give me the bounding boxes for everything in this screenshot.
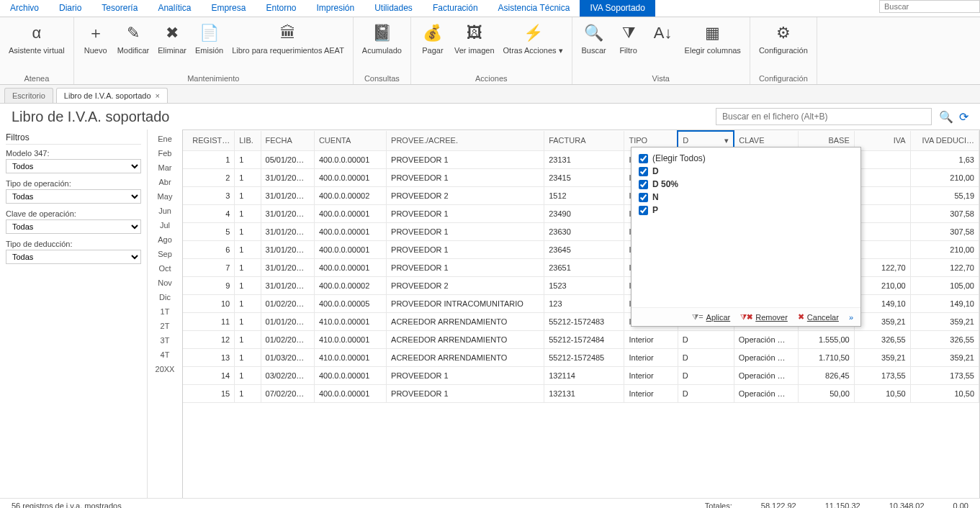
filter-checkbox[interactable]: [639, 154, 648, 163]
cell-fecha: 31/01/20…: [261, 186, 314, 204]
month-may[interactable]: May: [155, 191, 176, 201]
ribbon-btn-libro-para-requerimientos-aeat[interactable]: 🏛Libro para requerimientos AEAT: [229, 20, 347, 74]
menu-analítica[interactable]: Analítica: [148, 0, 201, 17]
menu-archivo[interactable]: Archivo: [0, 0, 49, 17]
month-sep[interactable]: Sep: [155, 249, 175, 259]
close-icon[interactable]: ×: [156, 91, 160, 100]
menu-iva-soportado[interactable]: IVA Soportado: [580, 0, 655, 17]
filter-checkbox[interactable]: [639, 206, 648, 215]
cell-base: 826,45: [798, 366, 854, 384]
month-nov[interactable]: Nov: [155, 278, 175, 288]
menu-utilidades[interactable]: Utilidades: [364, 0, 423, 17]
ribbon-btn-asistente-virtual[interactable]: αAsistente virtual: [6, 20, 68, 74]
menu-asistencia-técnica[interactable]: Asistencia Técnica: [488, 0, 580, 17]
month-3t[interactable]: 3T: [158, 335, 173, 345]
filter-select[interactable]: Todas: [6, 219, 141, 234]
cell-fecha: 01/03/20…: [261, 348, 314, 366]
global-search-input[interactable]: [879, 0, 980, 13]
filter-checkbox[interactable]: [639, 193, 648, 202]
menu-entorno[interactable]: Entorno: [256, 0, 306, 17]
month-1t[interactable]: 1T: [158, 307, 173, 317]
cell-lib: 1: [235, 258, 261, 276]
filter-apply-button[interactable]: ⧩= Aplicar: [692, 312, 730, 322]
month-jul[interactable]: Jul: [157, 220, 173, 230]
filter-option[interactable]: D 50%: [639, 178, 853, 191]
ribbon-btn-a-[interactable]: A↓: [647, 20, 679, 74]
cell-prov: PROVEEDOR 2: [387, 276, 544, 294]
month-dic[interactable]: Dic: [156, 292, 174, 302]
ribbon-btn-otras-acciones-[interactable]: ⚡Otras Acciones ▾: [500, 20, 566, 74]
table-row[interactable]: 15107/02/20…400.0.0.00001PROVEEDOR 11321…: [183, 384, 979, 402]
month-abr[interactable]: Abr: [156, 177, 174, 187]
cell-prov: PROVEEDOR 1: [387, 384, 544, 402]
filter-select[interactable]: Todas: [6, 250, 141, 264]
table-row[interactable]: 14103/02/20…400.0.0.00001PROVEEDOR 11321…: [183, 366, 979, 384]
ribbon-btn-pagar[interactable]: 💰Pagar: [417, 20, 449, 74]
month-4t[interactable]: 4T: [158, 350, 173, 360]
cell-base: 50,00: [798, 384, 854, 402]
refresh-icon[interactable]: ⟳: [959, 110, 968, 124]
cell-factura: 23651: [544, 258, 624, 276]
cell-iva: 359,21: [854, 348, 910, 366]
table-row[interactable]: 12101/02/20…410.0.0.00001ACREEDOR ARREND…: [183, 330, 979, 348]
ribbon-btn-acumulado[interactable]: 📓Acumulado: [359, 20, 405, 74]
filter-select[interactable]: Todas: [6, 189, 141, 204]
filter-option-label: D: [652, 166, 659, 176]
menu-impresión[interactable]: Impresión: [306, 0, 364, 17]
column-filter-dropdown[interactable]: (Elegir Todos)DD 50%NP ⧩= Aplicar ⧩✖ Rem…: [631, 147, 861, 327]
col-fecha[interactable]: FECHA: [261, 131, 314, 150]
month-ene[interactable]: Ene: [155, 134, 175, 144]
table-row[interactable]: 13101/03/20…410.0.0.00001ACREEDOR ARREND…: [183, 348, 979, 366]
ribbon-btn-buscar[interactable]: 🔍Buscar: [578, 20, 610, 74]
cell-factura: 23490: [544, 204, 624, 222]
col-cuenta[interactable]: CUENTA: [314, 131, 386, 150]
cell-factura: 23415: [544, 168, 624, 186]
menu-empresa[interactable]: Empresa: [201, 0, 256, 17]
col-regist-[interactable]: REGIST…: [183, 131, 235, 150]
month-feb[interactable]: Feb: [156, 148, 175, 158]
totals-extra: 0,00: [953, 502, 968, 508]
cell-ivad: 10,50: [910, 384, 979, 402]
filter-option[interactable]: (Elegir Todos): [639, 152, 853, 165]
ribbon-btn-emisi-n[interactable]: 📄Emisión: [192, 20, 226, 74]
ribbon-label: Nuevo: [84, 46, 107, 55]
ribbon-btn-elegir-columnas[interactable]: ▦Elegir columnas: [682, 20, 744, 74]
col-factura[interactable]: FACTURA: [544, 131, 624, 150]
month-20xx[interactable]: 20XX: [153, 364, 178, 374]
filter-option[interactable]: P: [639, 204, 853, 217]
filter-checkbox[interactable]: [639, 180, 648, 189]
month-jun[interactable]: Jun: [156, 206, 174, 216]
month-2t[interactable]: 2T: [158, 321, 173, 331]
search-icon[interactable]: 🔍: [939, 110, 953, 124]
filter-option[interactable]: N: [639, 191, 853, 204]
month-ago[interactable]: Ago: [155, 235, 175, 245]
totals-label: Totales:: [705, 502, 732, 508]
doc-tab[interactable]: Libro de I.V.A. soportado×: [56, 88, 168, 103]
file-search-input[interactable]: [716, 108, 932, 125]
menu-diario[interactable]: Diario: [49, 0, 91, 17]
ribbon-btn-configuraci-n[interactable]: ⚙Configuración: [756, 20, 811, 74]
ribbon-btn-nuevo[interactable]: ＋Nuevo: [80, 20, 112, 74]
col-lib-[interactable]: LIB.: [235, 131, 261, 150]
menu-tesorería[interactable]: Tesorería: [91, 0, 148, 17]
status-bar: 56 registros de i.v.a. mostrados Totales…: [0, 498, 980, 508]
filter-more-icon[interactable]: »: [849, 313, 853, 322]
filter-option[interactable]: D: [639, 165, 853, 178]
ribbon-btn-ver-imagen[interactable]: 🖼Ver imagen: [451, 20, 498, 74]
menu-facturación[interactable]: Facturación: [423, 0, 488, 17]
filter-checkbox[interactable]: [639, 167, 648, 176]
ribbon-icon: 💰: [421, 22, 444, 45]
filter-remove-button[interactable]: ⧩✖ Remover: [740, 312, 788, 322]
col-iva[interactable]: IVA: [854, 131, 910, 150]
month-oct[interactable]: Oct: [156, 263, 174, 273]
col-iva-deduci-[interactable]: IVA DEDUCI…: [910, 131, 979, 150]
doc-tab[interactable]: Escritorio: [4, 88, 53, 103]
filter-select[interactable]: Todos: [6, 159, 141, 173]
filter-cancel-button[interactable]: ✖ Cancelar: [798, 312, 839, 322]
col-provee-acree-[interactable]: PROVEE./ACREE.: [387, 131, 544, 150]
ribbon-btn-modificar[interactable]: ✎Modificar: [114, 20, 153, 74]
month-mar[interactable]: Mar: [156, 163, 175, 173]
cell-lib: 1: [235, 204, 261, 222]
ribbon-btn-eliminar[interactable]: ✖Eliminar: [155, 20, 189, 74]
ribbon-btn-filtro[interactable]: ⧩Filtro: [613, 20, 644, 74]
